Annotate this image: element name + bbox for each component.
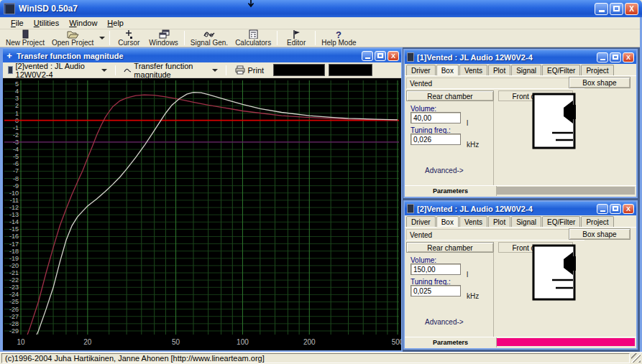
maximize-icon[interactable] xyxy=(610,52,621,62)
readout-display-2 xyxy=(329,64,372,76)
volume-unit: l xyxy=(467,271,468,279)
svg-text:4: 4 xyxy=(15,88,19,95)
svg-text:-22: -22 xyxy=(9,276,19,284)
box-shape-button[interactable]: Box shape xyxy=(569,228,630,240)
calculators-button[interactable]: Calculators xyxy=(231,29,275,47)
plot-window-title: Transfer function magnitude xyxy=(17,52,359,60)
plot-toolbar: [2]vented : JL Audio 12W0V2-4 Transfer f… xyxy=(3,62,401,78)
minimize-icon[interactable] xyxy=(362,51,373,61)
volume-input[interactable] xyxy=(411,112,461,123)
question-mark-icon: ? xyxy=(334,29,343,39)
new-project-icon xyxy=(19,29,31,39)
tab-driver[interactable]: Driver xyxy=(406,216,436,227)
graph-type-selector[interactable]: Transfer function magnitude xyxy=(121,61,220,80)
close-icon[interactable]: X xyxy=(625,3,638,15)
minimize-icon[interactable] xyxy=(597,52,608,62)
main-toolbar: New Project Open Project Cursor Windows … xyxy=(0,29,642,47)
transfer-function-plot[interactable]: 102050100200500543210-1-2-3-4-5-6-7-8-9-… xyxy=(3,78,401,350)
svg-text:-16: -16 xyxy=(9,233,19,240)
svg-text:-5: -5 xyxy=(13,153,19,160)
tab-vents[interactable]: Vents xyxy=(459,216,487,227)
svg-text:-9: -9 xyxy=(13,182,19,190)
open-project-button[interactable]: Open Project xyxy=(48,29,97,47)
signal-gen-button[interactable]: Signal Gen. xyxy=(187,29,231,47)
minimize-icon[interactable] xyxy=(595,3,608,15)
close-icon[interactable]: X xyxy=(623,204,634,214)
svg-text:10: 10 xyxy=(17,338,25,346)
chevron-down-icon xyxy=(101,69,107,72)
minimize-icon[interactable] xyxy=(597,204,608,214)
svg-text:-24: -24 xyxy=(9,291,19,298)
box-shape-diagram xyxy=(532,93,577,150)
tab-vents[interactable]: Vents xyxy=(459,65,487,75)
tab-box[interactable]: Box xyxy=(436,216,459,227)
help-mode-button[interactable]: ? Help Mode xyxy=(318,29,359,47)
parameters-bar: Parameters xyxy=(405,337,636,347)
tab-signal[interactable]: Signal xyxy=(511,216,541,227)
project-1-titlebar[interactable]: [1]Vented : JL Audio 12W0V2-4 X xyxy=(405,50,636,64)
menu-file[interactable]: File xyxy=(6,18,29,28)
transfer-function-chart: 102050100200500543210-1-2-3-4-5-6-7-8-9-… xyxy=(3,78,401,350)
svg-text:-2: -2 xyxy=(13,131,19,139)
svg-text:2: 2 xyxy=(15,102,19,109)
project-2-titlebar[interactable]: [2]Vented : JL Audio 12W0V2-4 X xyxy=(405,202,636,215)
svg-text:20: 20 xyxy=(83,338,92,346)
svg-text:-28: -28 xyxy=(9,320,19,327)
advanced-button[interactable]: Advanced-> xyxy=(425,167,464,174)
tab-plot[interactable]: Plot xyxy=(488,216,510,227)
menu-window[interactable]: Window xyxy=(64,18,102,28)
app-icon xyxy=(4,3,15,14)
menubar: File Utilities Window Help xyxy=(0,17,642,29)
winisd-app: WinISD 0.50a7 X File Utilities Window He… xyxy=(0,0,642,364)
project-icon xyxy=(407,52,414,62)
parameters-tab[interactable]: Parameters xyxy=(405,186,497,196)
menu-help[interactable]: Help xyxy=(102,18,129,28)
rear-chamber-button[interactable]: Rear chamber xyxy=(406,242,494,253)
svg-text:-26: -26 xyxy=(9,306,19,313)
tab-project[interactable]: Project xyxy=(581,216,613,227)
svg-text:-7: -7 xyxy=(13,167,19,174)
project-selector[interactable]: [2]vented : JL Audio 12W0V2-4 xyxy=(6,61,109,80)
tab-project[interactable]: Project xyxy=(581,65,613,75)
rear-chamber-button[interactable]: Rear chamber xyxy=(406,90,494,101)
svg-text:100: 100 xyxy=(237,338,249,346)
tab-box[interactable]: Box xyxy=(436,65,459,75)
tab-signal[interactable]: Signal xyxy=(511,65,541,75)
cursor-button[interactable]: Cursor xyxy=(112,29,145,47)
advanced-button[interactable]: Advanced-> xyxy=(425,318,464,326)
svg-text:3: 3 xyxy=(15,95,19,102)
project-window-2: [2]Vented : JL Audio 12W0V2-4 X Driver B… xyxy=(403,200,638,350)
parameters-bar: Parameters xyxy=(405,185,636,196)
tab-driver[interactable]: Driver xyxy=(406,65,436,75)
new-project-button[interactable]: New Project xyxy=(2,29,48,47)
box-tab-content: Vented Box shape Rear chamber Front cham… xyxy=(405,76,636,185)
box-shape-button[interactable]: Box shape xyxy=(569,77,630,88)
maximize-icon[interactable] xyxy=(375,51,386,61)
tab-eq-filter[interactable]: EQ/Filter xyxy=(542,216,580,227)
tab-plot[interactable]: Plot xyxy=(488,65,510,75)
print-button[interactable]: Print xyxy=(232,65,267,75)
open-project-dropdown[interactable] xyxy=(97,29,107,47)
svg-text:?: ? xyxy=(336,29,341,39)
close-icon[interactable]: X xyxy=(623,52,634,62)
project-window-1: [1]Vented : JL Audio 12W0V2-4 X Driver B… xyxy=(403,49,638,198)
chevron-down-icon xyxy=(99,37,105,39)
open-folder-icon xyxy=(66,29,79,39)
menu-utilities[interactable]: Utilities xyxy=(29,18,64,28)
maximize-icon[interactable] xyxy=(610,3,623,15)
svg-text:-1: -1 xyxy=(13,124,19,131)
svg-text:500: 500 xyxy=(392,338,401,346)
tab-eq-filter[interactable]: EQ/Filter xyxy=(542,65,580,75)
flag-icon xyxy=(291,29,301,39)
close-icon[interactable]: X xyxy=(388,51,399,61)
parameters-tab[interactable]: Parameters xyxy=(405,337,497,347)
maximize-icon[interactable] xyxy=(610,204,621,214)
svg-text:-14: -14 xyxy=(9,218,19,225)
tuning-freq-input[interactable] xyxy=(411,134,461,145)
resize-grip-icon[interactable] xyxy=(631,353,641,363)
volume-input[interactable] xyxy=(411,263,461,275)
editor-button[interactable]: Editor xyxy=(280,29,313,47)
project-1-title: [1]Vented : JL Audio 12W0V2-4 xyxy=(417,53,594,62)
tuning-freq-input[interactable] xyxy=(411,285,461,297)
windows-button[interactable]: Windows xyxy=(145,29,182,47)
